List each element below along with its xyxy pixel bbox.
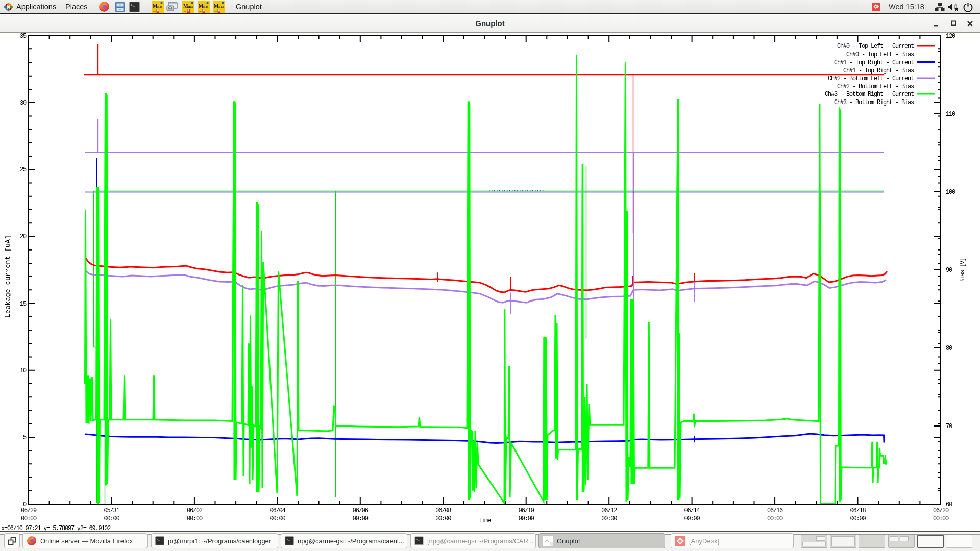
svg-text:05/31: 05/31 [104,507,119,514]
svg-text:06/10: 06/10 [519,507,534,514]
svg-text:Ch#3 - Bottom Right - Bias: Ch#3 - Bottom Right - Bias [834,99,914,106]
svg-text:120: 120 [946,33,955,40]
svg-text:70: 70 [946,423,952,430]
svg-text:Ch#2 - Bottom Left - Current: Ch#2 - Bottom Left - Current [828,75,914,82]
svg-text:Ch#2 - Bottom Left - Bias: Ch#2 - Bottom Left - Bias [837,83,914,90]
svg-text:>_: >_ [286,538,290,541]
svg-text:00:00: 00:00 [519,515,534,522]
svg-text:00:00: 00:00 [850,515,866,522]
svg-text:06/16: 06/16 [767,507,783,514]
svg-text:06/08: 06/08 [435,507,451,514]
svg-text:00:00: 00:00 [187,515,203,522]
svg-text:05/29: 05/29 [21,507,37,514]
svg-text:Ch#3 - Bottom Right - Current: Ch#3 - Bottom Right - Current [825,91,914,98]
svg-text:00:00: 00:00 [21,515,37,522]
svg-text:25: 25 [20,166,27,173]
svg-text:20: 20 [20,233,27,240]
svg-text:Ch#1 - Top Right - Current: Ch#1 - Top Right - Current [834,59,914,66]
svg-text:00:00: 00:00 [684,515,700,522]
svg-text:5: 5 [23,434,27,441]
svg-text:30: 30 [20,99,27,107]
svg-text:00:00: 00:00 [353,515,369,522]
svg-text:06/14: 06/14 [684,507,700,514]
svg-text:00:00: 00:00 [270,515,285,522]
svg-text:80: 80 [946,345,952,352]
svg-text:35: 35 [20,33,27,40]
svg-text:100: 100 [946,189,955,196]
svg-text:>_: >_ [157,538,161,541]
svg-text:06/12: 06/12 [601,507,617,514]
svg-text:00:00: 00:00 [767,515,783,522]
svg-text:06/02: 06/02 [187,507,203,514]
svg-text:Bias [V]: Bias [V] [959,258,966,283]
svg-text:Time: Time [478,517,491,524]
svg-text:00:00: 00:00 [933,515,949,522]
svg-text:15: 15 [20,300,27,308]
svg-text:06/20: 06/20 [933,507,949,514]
svg-text:Ch#0 - Top Left - Bias: Ch#0 - Top Left - Bias [846,51,914,58]
svg-text:00:00: 00:00 [601,515,617,522]
svg-text:00:00: 00:00 [104,515,119,522]
svg-text:Ch#0 - Top Left - Current: Ch#0 - Top Left - Current [837,43,914,50]
svg-text:06/06: 06/06 [353,507,369,514]
svg-text:00:00: 00:00 [435,515,451,522]
svg-text:06/18: 06/18 [850,507,866,514]
svg-text:Ch#1 - Top Right - Bias: Ch#1 - Top Right - Bias [843,67,914,74]
svg-text:10: 10 [20,367,27,374]
svg-text:Leakage current [uA]: Leakage current [uA] [4,235,12,318]
svg-text:110: 110 [946,111,955,118]
svg-text:>_: >_ [416,538,420,541]
svg-text:90: 90 [946,267,952,274]
svg-text:06/04: 06/04 [270,507,285,514]
